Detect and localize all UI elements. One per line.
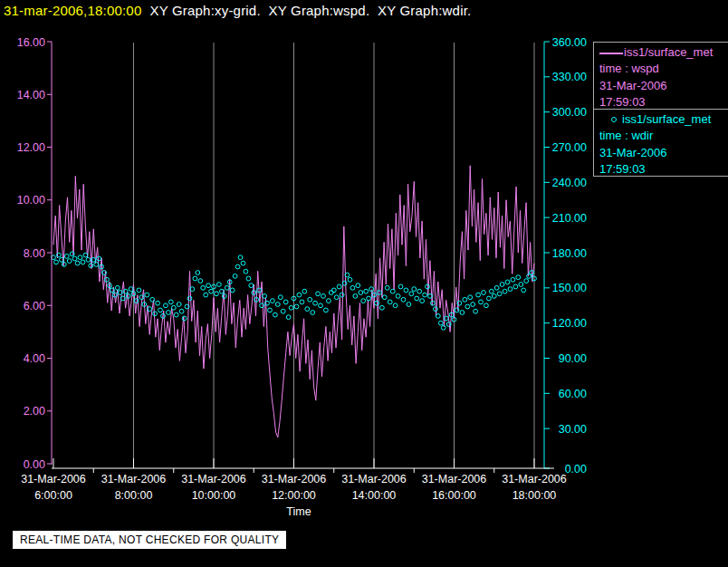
x-axis-title: Time xyxy=(286,505,311,518)
wdir-point xyxy=(385,285,389,290)
wdir-point xyxy=(441,325,445,330)
legend-entry-wdir: iss1/surface_met time : wdir 31-Mar-2006… xyxy=(594,109,728,177)
legend-line-1: iss1/surface_met xyxy=(599,111,728,128)
wdir-point xyxy=(471,303,475,307)
wdir-point xyxy=(275,303,280,307)
wdir-point xyxy=(308,297,312,302)
wdir-point xyxy=(324,308,329,312)
wdir-point xyxy=(500,283,504,287)
legend-date-wdir: 31-Mar-2006 xyxy=(599,145,728,161)
line-sample-icon xyxy=(599,53,623,54)
wdir-point xyxy=(457,301,462,305)
wdir-point xyxy=(331,288,336,293)
wdir-point xyxy=(489,289,493,293)
wdir-point xyxy=(177,303,181,307)
wdir-point xyxy=(62,263,66,267)
legend-field-wspd: time : wspd xyxy=(599,61,728,77)
grid-lines xyxy=(134,43,535,468)
wdir-point xyxy=(201,285,206,290)
wdir-point xyxy=(198,279,203,284)
right-axis-tick-label: 120.00 xyxy=(552,317,587,330)
legend-date-wspd: 31-Mar-2006 xyxy=(599,78,728,94)
wdir-point xyxy=(150,297,155,302)
time-axis-time-label: 16:00:00 xyxy=(432,489,476,502)
wdir-point xyxy=(268,308,273,312)
time-axis-date-label: 31-Mar-2006 xyxy=(262,473,327,485)
right-axis-tick-label: 210.00 xyxy=(552,212,587,225)
wdir-point xyxy=(215,292,219,296)
time-axis-time-label: 6:00:00 xyxy=(34,489,72,502)
time-axis-time-label: 8:00:00 xyxy=(115,489,153,502)
title-timestamp: 31-mar-2006,18:00:00 xyxy=(4,3,141,18)
wdir-point xyxy=(367,296,371,301)
wdir-point xyxy=(409,292,414,296)
wdir-point xyxy=(278,295,283,300)
wdir-point xyxy=(168,300,173,304)
wdir-point xyxy=(313,301,318,305)
wdir-point xyxy=(289,305,293,310)
time-axis-date-label: 31-Mar-2006 xyxy=(101,473,167,485)
wdir-point xyxy=(340,293,344,297)
wdir-point xyxy=(487,296,492,301)
wdir-point xyxy=(388,300,392,304)
wdir-point xyxy=(327,299,331,303)
wdir-point xyxy=(235,264,240,269)
wdir-point xyxy=(482,291,486,295)
wdir-point xyxy=(505,280,510,284)
wdir-point xyxy=(423,293,427,297)
wdir-point xyxy=(158,308,163,312)
time-axis-date-label: 31-Mar-2006 xyxy=(502,473,567,485)
wdir-point xyxy=(72,256,77,261)
wdir-point xyxy=(438,321,443,325)
wdir-point xyxy=(156,301,160,305)
right-axis: 360.00330.00300.00270.00240.00210.00180.… xyxy=(544,36,587,476)
wdir-point xyxy=(350,285,355,290)
wdir-point xyxy=(241,261,245,265)
time-axis: 31-Mar-20066:00:0031-Mar-20068:00:0031-M… xyxy=(21,458,567,518)
wdir-point xyxy=(497,292,502,296)
wdir-point xyxy=(54,260,59,264)
wdir-point xyxy=(463,297,467,302)
wdir-point xyxy=(337,284,341,289)
legend-source-wspd: iss1/surface_met xyxy=(624,45,713,59)
title-graph-list: XY Graph:xy-grid. XY Graph:wspd. XY Grap… xyxy=(149,3,471,18)
wdir-point xyxy=(404,288,408,293)
wdir-point xyxy=(479,300,484,304)
app-window: 31-mar-2006,18:00:00XY Graph:xy-grid. XY… xyxy=(0,0,728,567)
time-axis-time-label: 18:00:00 xyxy=(512,489,557,502)
legend-field-wdir: time : wdir xyxy=(599,128,728,144)
time-axis-date-label: 31-Mar-2006 xyxy=(341,473,407,485)
wdir-point xyxy=(417,289,422,293)
wdir-point xyxy=(516,275,521,280)
wdir-point xyxy=(179,309,184,313)
wdir-point xyxy=(78,255,82,260)
wdir-point xyxy=(494,285,499,290)
wdir-point xyxy=(246,276,251,281)
left-axis-tick-label: 4.00 xyxy=(24,352,45,365)
wdir-point xyxy=(302,289,307,293)
wdir-point xyxy=(273,312,278,317)
right-axis-tick-label: 150.00 xyxy=(552,282,587,294)
wdir-point xyxy=(474,309,478,313)
time-axis-time-label: 14:00:00 xyxy=(352,489,397,502)
wdir-point xyxy=(94,263,99,267)
wdir-point xyxy=(137,288,141,293)
wdir-point xyxy=(321,294,326,299)
right-axis-tick-label: 330.00 xyxy=(552,71,587,83)
wdir-point xyxy=(174,312,178,317)
quality-notice: REAL-TIME DATA, NOT CHECKED FOR QUALITY xyxy=(13,531,286,549)
wdir-point xyxy=(129,287,133,292)
wdir-point xyxy=(519,283,523,287)
wdir-point xyxy=(484,303,489,308)
wdir-point xyxy=(503,289,507,293)
legend: iss1/surface_met time : wspd 31-Mar-2006… xyxy=(593,42,728,177)
wdir-point xyxy=(167,311,171,315)
left-axis-tick-label: 6.00 xyxy=(24,300,45,312)
right-axis-tick-label: 270.00 xyxy=(552,141,587,154)
wdir-point xyxy=(393,303,398,308)
right-axis-tick-label: 30.00 xyxy=(559,423,587,436)
wdir-point xyxy=(420,299,425,303)
wdir-point xyxy=(75,261,80,265)
wdir-point xyxy=(164,303,168,308)
wdir-point xyxy=(225,285,229,290)
